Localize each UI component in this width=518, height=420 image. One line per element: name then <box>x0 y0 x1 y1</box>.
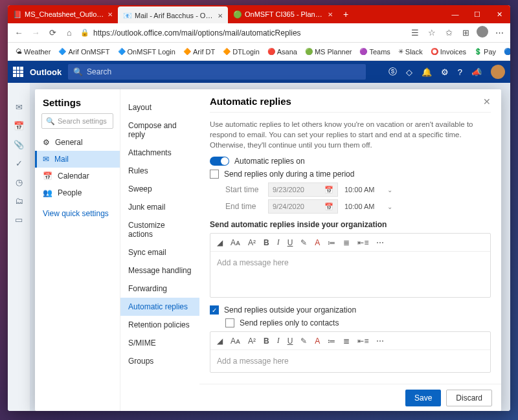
bookmark-onmsft-login[interactable]: 🔷OnMSFT Login <box>115 47 178 57</box>
mail-module-icon[interactable]: ✉ <box>16 102 23 112</box>
numbering-icon[interactable]: ≣ <box>343 238 350 247</box>
settings-search[interactable]: 🔍 Search settings <box>41 113 113 129</box>
bookmark-dtlogin[interactable]: 🔶DTLogin <box>220 47 262 57</box>
bookmark-arif-onmsft[interactable]: 🔷Arif OnMSFT <box>56 47 112 57</box>
notifications-icon[interactable]: 🔔 <box>422 67 432 77</box>
bookmark-invoices[interactable]: ⭕Invoices <box>428 47 469 57</box>
home-button[interactable]: ⌂ <box>63 28 75 38</box>
subnav-attachments[interactable]: Attachments <box>120 144 199 162</box>
subnav-sweep[interactable]: Sweep <box>120 180 199 198</box>
more-icon[interactable]: ⋯ <box>376 238 384 247</box>
underline-button[interactable]: U <box>287 337 293 346</box>
bookmark-arif-dt[interactable]: 🔶Arif DT <box>181 47 218 57</box>
save-button[interactable]: Save <box>405 390 441 406</box>
font-size-icon[interactable]: A² <box>248 337 256 346</box>
indent-icon[interactable]: ⇤≡ <box>357 337 368 346</box>
nav-general[interactable]: ⚙General <box>35 134 120 151</box>
bookmark-slack[interactable]: ✳Slack <box>396 47 425 57</box>
start-date-input[interactable]: 9/23/2020📅 <box>268 182 338 197</box>
tab-close-icon[interactable]: ✕ <box>218 12 223 19</box>
tab-close-icon[interactable]: ✕ <box>107 11 113 18</box>
bookmark-weather[interactable]: 🌤Weather <box>13 47 53 57</box>
nav-calendar[interactable]: 📅Calendar <box>35 168 120 184</box>
favorite2-icon[interactable]: ✩ <box>443 28 455 38</box>
outside-message-input[interactable]: Add a message here <box>210 350 490 372</box>
font-icon[interactable]: Aᴀ <box>231 238 240 247</box>
subnav-customize[interactable]: Customize actions <box>120 216 199 243</box>
format-paint-icon[interactable]: ◢ <box>217 337 223 346</box>
tab-close-icon[interactable]: ✕ <box>328 11 333 18</box>
more-icon[interactable]: ⋯ <box>376 337 384 346</box>
subnav-groups[interactable]: Groups <box>120 352 199 370</box>
start-time-input[interactable]: 10:00 AM <box>344 186 381 193</box>
bookmark-kalo[interactable]: 🔵Kalo <box>501 47 510 57</box>
font-size-icon[interactable]: A² <box>248 238 256 247</box>
subnav-retention[interactable]: Retention policies <box>120 316 199 334</box>
close-button[interactable]: ✕ <box>483 96 491 107</box>
bookmark-asana[interactable]: 🔴Asana <box>265 47 300 57</box>
menu-icon[interactable]: ⋯ <box>493 28 505 38</box>
contacts-only-checkbox[interactable] <box>225 318 234 327</box>
window-close-icon[interactable]: ✕ <box>488 5 510 23</box>
outlook-search[interactable]: 🔍 Search <box>68 64 366 80</box>
bullets-icon[interactable]: ≔ <box>328 238 335 247</box>
subnav-forwarding[interactable]: Forwarding <box>120 280 199 298</box>
discard-button[interactable]: Discard <box>446 390 492 406</box>
chevron-down-icon[interactable]: ⌄ <box>387 186 392 193</box>
nav-mail[interactable]: ✉Mail <box>35 151 120 168</box>
font-color-icon[interactable]: A <box>315 337 320 346</box>
browser-tab-0[interactable]: 📕 MS_Cheatsheet_OutlookMailOn… ✕ <box>8 5 118 23</box>
bold-button[interactable]: B <box>264 238 269 247</box>
bold-button[interactable]: B <box>264 337 269 346</box>
files-module-icon[interactable]: 📎 <box>14 140 24 149</box>
view-quick-settings-link[interactable]: View quick settings <box>35 201 120 226</box>
italic-button[interactable]: I <box>277 336 280 346</box>
module-icon[interactable]: ▭ <box>15 215 23 225</box>
user-avatar[interactable] <box>491 65 505 79</box>
subnav-message-handling[interactable]: Message handling <box>120 261 199 280</box>
subnav-sync[interactable]: Sync email <box>120 243 199 261</box>
inside-message-input[interactable]: Add a message here <box>210 252 490 297</box>
indent-icon[interactable]: ⇤≡ <box>357 238 368 247</box>
bookmark-teams[interactable]: 🟣Teams <box>357 47 392 57</box>
new-tab-button[interactable]: + <box>338 5 354 23</box>
highlight-icon[interactable]: ✎ <box>300 238 307 247</box>
bookmark-pay[interactable]: 💲Pay <box>471 47 499 57</box>
nav-people[interactable]: 👥People <box>35 184 120 201</box>
favorite-icon[interactable]: ☆ <box>426 28 438 38</box>
font-icon[interactable]: Aᴀ <box>231 337 240 346</box>
browser-tab-1[interactable]: 📧 Mail - Arif Bacchus - Outlook ✕ <box>118 6 228 25</box>
browser-tab-2[interactable]: 🟢 OnMSFT CI365 - Planner ✕ <box>228 5 338 23</box>
font-color-icon[interactable]: A <box>315 238 320 247</box>
subnav-layout[interactable]: Layout <box>120 98 199 116</box>
profile-avatar[interactable] <box>477 26 488 39</box>
subnav-rules[interactable]: Rules <box>120 162 199 180</box>
italic-button[interactable]: I <box>277 238 280 247</box>
skype-icon[interactable]: ⓢ <box>388 66 397 78</box>
outside-checkbox[interactable]: ✓ <box>210 305 219 315</box>
collections-icon[interactable]: ⊞ <box>460 28 471 38</box>
time-period-checkbox[interactable] <box>210 170 219 179</box>
back-button[interactable]: ← <box>13 28 25 38</box>
subnav-junk[interactable]: Junk email <box>120 198 199 216</box>
module-icon[interactable]: ◷ <box>16 177 23 187</box>
end-time-input[interactable]: 10:00 AM <box>344 203 381 210</box>
format-paint-icon[interactable]: ◢ <box>217 238 223 247</box>
underline-button[interactable]: U <box>287 238 293 247</box>
bookmark-ms-planner[interactable]: 🟢MS Planner <box>302 47 354 57</box>
reader-icon[interactable]: ☰ <box>409 28 421 38</box>
calendar-module-icon[interactable]: 📅 <box>14 121 24 131</box>
subnav-automatic-replies[interactable]: Automatic replies <box>120 298 199 316</box>
diamond-icon[interactable]: ◇ <box>406 67 412 77</box>
refresh-button[interactable]: ⟳ <box>47 28 58 38</box>
tasks-module-icon[interactable]: ✓ <box>16 159 23 168</box>
app-launcher-icon[interactable] <box>13 67 23 77</box>
window-maximize-icon[interactable]: ☐ <box>466 5 488 23</box>
megaphone-icon[interactable]: 📣 <box>471 67 482 77</box>
numbering-icon[interactable]: ≣ <box>343 337 350 346</box>
bullets-icon[interactable]: ≔ <box>328 337 335 346</box>
subnav-smime[interactable]: S/MIME <box>120 334 199 352</box>
module-icon[interactable]: 🗂 <box>15 196 23 206</box>
window-minimize-icon[interactable]: — <box>444 5 466 23</box>
help-icon[interactable]: ? <box>458 67 462 77</box>
